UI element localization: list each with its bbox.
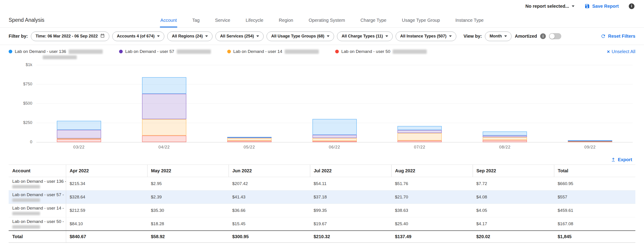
bar-segment-07/22-lab-on-demand-user-14[interactable] bbox=[398, 133, 442, 141]
filter-pill-time[interactable]: Time: 06 Mar 2022 - 06 Sep 2022 bbox=[31, 31, 109, 41]
filter-pill-accounts[interactable]: Accounts 4 (of 674) bbox=[112, 31, 164, 41]
spend-cell: $207.42 bbox=[228, 177, 310, 191]
gridline bbox=[36, 142, 633, 142]
unselect-all-label: Unselect All bbox=[612, 49, 636, 54]
bar-segment-08/22-lab-on-demand-user-50[interactable] bbox=[483, 140, 527, 142]
table-body: Lab on Demand - user 136 -$215.34$2.95$2… bbox=[9, 177, 635, 243]
filter-pill-all[interactable]: All Regions (24) bbox=[167, 31, 212, 41]
bar-segment-07/22-lab-on-demand-user-136[interactable] bbox=[398, 126, 442, 130]
bar-segment-04/22-lab-on-demand-user-14[interactable] bbox=[142, 119, 186, 136]
chevron-down-icon bbox=[504, 35, 507, 37]
bar-segment-06/22-lab-on-demand-user-57[interactable] bbox=[312, 135, 357, 138]
export-button[interactable]: Export bbox=[611, 157, 632, 162]
legend-item-lab-on-demand-user-136[interactable]: Lab on Demand - user 136 bbox=[9, 49, 103, 59]
y-tick-label: $250 bbox=[9, 120, 32, 125]
filter-pill-all[interactable]: All Charge Types (11) bbox=[337, 31, 393, 41]
total-label-cell: Total bbox=[9, 231, 66, 243]
table-row[interactable]: Lab on Demand - user 136 -$215.34$2.95$2… bbox=[9, 177, 635, 191]
toggle-knob bbox=[550, 34, 555, 39]
filter-pill-all[interactable]: All Services (254) bbox=[216, 31, 264, 41]
tab-region[interactable]: Region bbox=[278, 18, 294, 27]
view-by-dropdown[interactable]: Month bbox=[485, 31, 512, 41]
table-header-row: AccountApr 2022May 2022Jun 2022Jul 2022A… bbox=[9, 165, 635, 177]
filter-pill-all[interactable]: All Usage Type Groups (68) bbox=[266, 31, 334, 41]
unselect-all-button[interactable]: × Unselect All bbox=[607, 49, 635, 54]
bar-segment-04/22-lab-on-demand-user-50[interactable] bbox=[142, 136, 186, 142]
spend-cell: $459.61 bbox=[554, 204, 635, 217]
account-name: Lab on Demand - user 136 - bbox=[12, 179, 62, 184]
spend-cell: $38.63 bbox=[391, 204, 473, 217]
legend-item-lab-on-demand-user-14[interactable]: Lab on Demand - user 14 bbox=[227, 49, 319, 54]
bar-segment-06/22-lab-on-demand-user-14[interactable] bbox=[312, 138, 357, 141]
total-cell: $137.49 bbox=[391, 231, 473, 243]
filter-pill-all[interactable]: All Instance Types (507) bbox=[396, 31, 456, 41]
export-icon bbox=[611, 157, 616, 162]
bar-segment-06/22-lab-on-demand-user-136[interactable] bbox=[312, 119, 357, 135]
bar-segment-06/22-lab-on-demand-user-50[interactable] bbox=[312, 141, 357, 142]
tab-lifecycle[interactable]: Lifecycle bbox=[245, 18, 264, 27]
chevron-down-icon bbox=[572, 5, 574, 7]
tab-usage-type-group[interactable]: Usage Type Group bbox=[401, 18, 440, 27]
total-cell: $58.92 bbox=[147, 231, 228, 243]
column-header-account: Account bbox=[9, 165, 66, 177]
bar-segment-08/22-lab-on-demand-user-14[interactable] bbox=[483, 137, 527, 140]
spend-cell: $54.11 bbox=[310, 177, 391, 191]
bar-segment-04/22-lab-on-demand-user-57[interactable] bbox=[142, 94, 186, 119]
bar-segment-03/22-lab-on-demand-user-136[interactable] bbox=[57, 121, 101, 130]
spend-cell: $21.70 bbox=[391, 191, 473, 204]
redacted-text bbox=[12, 225, 40, 229]
table-row[interactable]: Lab on Demand - user 14 -$212.59$35.30$3… bbox=[9, 204, 635, 217]
filter-pills: Time: 06 Mar 2022 - 06 Sep 2022Accounts … bbox=[31, 31, 456, 41]
tab-charge-type[interactable]: Charge Type bbox=[360, 18, 387, 27]
legend-dot bbox=[9, 50, 12, 53]
topbar: No report selected... Save Report i bbox=[0, 0, 644, 12]
spend-chart: 03/2204/2205/2206/2207/2208/2209/22 $1k$… bbox=[9, 62, 635, 155]
table-row[interactable]: Lab on Demand - user 50 -$84.10$18.28$15… bbox=[9, 217, 635, 231]
spend-cell: $328.64 bbox=[66, 191, 147, 204]
save-report-button[interactable]: Save Report bbox=[584, 3, 619, 9]
spend-cell: $84.10 bbox=[66, 217, 147, 231]
legend-item-lab-on-demand-user-50[interactable]: Lab on Demand - user 50 bbox=[335, 49, 427, 54]
report-selector-label: No report selected... bbox=[526, 4, 569, 9]
spend-cell: $7.72 bbox=[473, 177, 554, 191]
account-name: Lab on Demand - user 14 - bbox=[12, 206, 62, 211]
view-by-value: Month bbox=[490, 34, 502, 39]
legend-item-row: Lab on Demand - user 14 bbox=[227, 49, 319, 54]
column-header-total: Total bbox=[554, 165, 635, 177]
redacted-text bbox=[69, 49, 103, 54]
view-by-label: View by: bbox=[464, 34, 482, 39]
spend-cell: $557 bbox=[554, 191, 635, 204]
total-cell: $840.67 bbox=[66, 231, 147, 243]
bar-segment-04/22-lab-on-demand-user-136[interactable] bbox=[142, 77, 186, 94]
tab-service[interactable]: Service bbox=[214, 18, 231, 27]
tab-instance-type[interactable]: Instance Type bbox=[455, 18, 484, 27]
bar-segment-03/22-lab-on-demand-user-50[interactable] bbox=[57, 139, 101, 142]
bar-segment-08/22-lab-on-demand-user-136[interactable] bbox=[483, 131, 527, 136]
spend-cell: $4.08 bbox=[473, 191, 554, 204]
tab-account[interactable]: Account bbox=[160, 18, 177, 27]
bar-segment-07/22-lab-on-demand-user-50[interactable] bbox=[398, 141, 442, 142]
bar-segment-08/22-lab-on-demand-user-57[interactable] bbox=[483, 136, 527, 137]
spend-analysis-app: No report selected... Save Report i Spen… bbox=[0, 0, 644, 243]
bar-segment-05/22-lab-on-demand-user-50[interactable] bbox=[227, 141, 272, 142]
legend-items: Lab on Demand - user 136Lab on Demand - … bbox=[9, 49, 635, 59]
tab-tag[interactable]: Tag bbox=[192, 18, 200, 27]
info-icon[interactable]: i bbox=[629, 3, 634, 9]
legend-item-lab-on-demand-user-57[interactable]: Lab on Demand - user 57 bbox=[119, 49, 211, 54]
bar-segment-09/22-lab-on-demand-user-136[interactable] bbox=[568, 140, 612, 141]
redacted-text bbox=[12, 198, 40, 202]
bar-segment-07/22-lab-on-demand-user-57[interactable] bbox=[398, 130, 442, 133]
legend-dot bbox=[119, 50, 123, 53]
y-tick-label: 0 bbox=[9, 140, 32, 144]
bar-segment-03/22-lab-on-demand-user-14[interactable] bbox=[57, 138, 101, 139]
amortized-toggle[interactable] bbox=[549, 33, 561, 39]
info-icon[interactable]: i bbox=[540, 33, 546, 39]
bar-segment-03/22-lab-on-demand-user-57[interactable] bbox=[57, 130, 101, 138]
table-row[interactable]: Lab on Demand - user 57 -$328.64$2.39$41… bbox=[9, 191, 635, 204]
total-cell: $210.32 bbox=[310, 231, 391, 243]
bar-segment-05/22-lab-on-demand-user-136[interactable] bbox=[227, 137, 272, 138]
bar-segment-05/22-lab-on-demand-user-14[interactable] bbox=[227, 138, 272, 141]
tab-operating-system[interactable]: Operating System bbox=[308, 18, 346, 27]
report-selector-dropdown[interactable]: No report selected... bbox=[526, 4, 574, 9]
reset-filters-button[interactable]: Reset Filters bbox=[600, 34, 635, 39]
